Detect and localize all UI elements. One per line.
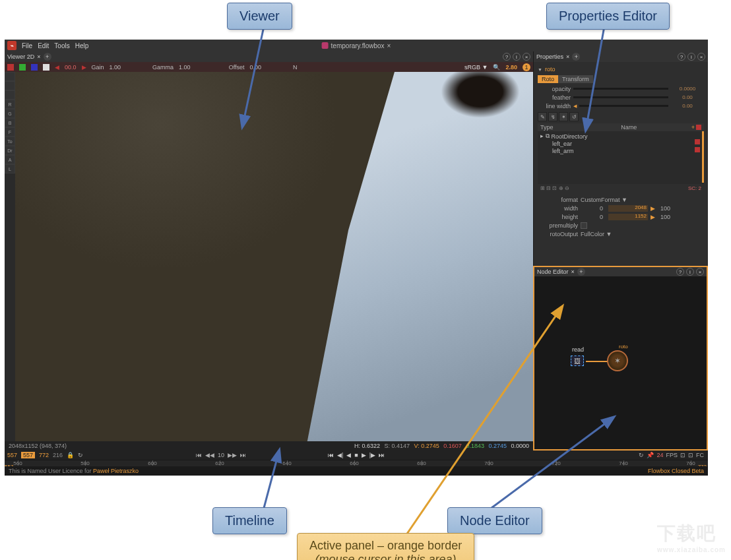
menu-file[interactable]: File (22, 42, 32, 49)
step-fwd-icon[interactable]: |▶ (369, 452, 375, 458)
tree-scrollbar[interactable] (702, 131, 704, 183)
stop-icon[interactable]: ■ (354, 452, 358, 458)
viewer-canvas[interactable] (15, 72, 533, 441)
first-frame-icon[interactable]: ⏮ (328, 452, 334, 458)
loop-icon[interactable]: ↻ (639, 452, 644, 458)
last-frame-icon[interactable]: ⏭ (379, 452, 385, 458)
pin-icon[interactable]: 📌 (647, 452, 654, 458)
channel-a-icon[interactable] (43, 64, 49, 71)
info-icon[interactable]: i (687, 53, 695, 61)
delete-shape-icon[interactable] (696, 125, 701, 130)
tool-1[interactable] (5, 81, 15, 90)
fps-value[interactable]: 10 (218, 452, 224, 458)
add-shape-icon[interactable]: + (691, 124, 695, 131)
info-icon[interactable]: i (686, 268, 694, 276)
close-tab-icon[interactable]: × (387, 42, 391, 49)
gear-icon[interactable]: ✶ (559, 112, 568, 121)
help-icon[interactable]: ? (676, 268, 684, 276)
tl-opt1[interactable]: ⊡ (680, 452, 685, 458)
forward-icon[interactable]: ▶▶ (228, 452, 237, 458)
channel-b-icon[interactable] (31, 64, 38, 71)
rotooutput-dropdown[interactable]: FullColor ▼ (581, 231, 612, 237)
tl-fc[interactable]: FC (696, 452, 704, 458)
node-graph-canvas[interactable]: read 🖼 roto ✶ (534, 276, 707, 449)
zoom-value[interactable]: 2.80 (505, 64, 517, 71)
tool-0[interactable] (5, 72, 15, 81)
node-editor-add-icon[interactable]: + (577, 268, 585, 276)
opacity-slider[interactable] (573, 88, 668, 90)
tab-roto[interactable]: Roto (538, 75, 558, 83)
beta-label: Flowbox Closed Beta (648, 468, 704, 474)
document-tab[interactable]: temporary.flowbox × (322, 40, 391, 51)
help-icon[interactable]: ? (503, 53, 511, 61)
properties-add-icon[interactable]: + (572, 53, 580, 61)
tool-dr[interactable]: Dr (5, 146, 15, 155)
tool-a[interactable]: A (5, 155, 15, 164)
close-icon[interactable]: × (696, 268, 704, 276)
shape-color-2[interactable] (695, 147, 700, 152)
rewind-icon[interactable]: ◀◀ (205, 452, 214, 458)
linewidth-value[interactable]: 0.00 (671, 103, 704, 109)
step-back-icon[interactable]: ◀| (337, 452, 343, 458)
node-name[interactable]: roto (538, 65, 704, 74)
menu-tools[interactable]: Tools (54, 42, 69, 49)
node-roto[interactable]: roto ✶ (607, 350, 628, 371)
node-read[interactable]: read 🖼 (571, 356, 584, 366)
format-dropdown[interactable]: CustomFormat ▼ (581, 197, 627, 203)
feather-slider[interactable] (573, 96, 668, 98)
prev-icon[interactable]: ◀ (55, 64, 59, 71)
channel-g-icon[interactable] (19, 64, 26, 71)
offset-value[interactable]: 0.00 (249, 64, 261, 71)
opacity-value[interactable]: 0.0000 (671, 86, 704, 92)
brush-icon[interactable]: ↯ (548, 112, 557, 121)
premultiply-checkbox[interactable] (581, 222, 587, 229)
wrench-icon[interactable]: ↺ (569, 112, 579, 121)
gamma-value[interactable]: 1.00 (179, 64, 191, 71)
shape-tree[interactable]: ▸ ⧉ RootDirectory left_ear left_arm (538, 131, 704, 184)
tool-l[interactable]: L (5, 164, 15, 173)
properties-close-icon[interactable]: × (566, 53, 569, 60)
linewidth-slider[interactable] (579, 105, 668, 107)
play-icon[interactable]: ▶ (362, 452, 366, 458)
frame-in[interactable]: 557 (7, 452, 17, 458)
play-back-icon[interactable]: ◀ (346, 452, 351, 458)
close-icon[interactable]: × (697, 53, 705, 61)
width-slider[interactable]: 2048 (608, 205, 648, 212)
tl-opt2[interactable]: ⊡ (688, 452, 693, 458)
feather-value[interactable]: 0.00 (671, 94, 704, 100)
tool-r[interactable]: R (5, 100, 15, 109)
shape-color-1[interactable] (695, 139, 700, 144)
info-icon[interactable]: i (513, 53, 521, 61)
channel-r-icon[interactable] (7, 64, 14, 71)
skip-back-icon[interactable]: ⏮ (196, 452, 202, 458)
menu-help[interactable]: Help (75, 42, 89, 49)
tab-transform[interactable]: Transform (558, 75, 593, 83)
frame-current[interactable]: 557 (21, 452, 35, 458)
colorspace-dropdown[interactable]: sRGB ▼ (464, 64, 488, 71)
tool-2[interactable] (5, 90, 15, 100)
frame-out[interactable]: 772 (39, 452, 49, 458)
gain-value[interactable]: 1.00 (110, 64, 121, 71)
tool-g[interactable]: G (5, 109, 15, 118)
lock-icon[interactable]: ◀ (573, 104, 577, 109)
tree-footer-icons[interactable]: ⊞ ⊟ ⊡ ⊕ ⊖ (540, 185, 569, 191)
help-icon[interactable]: ? (678, 53, 685, 61)
image-dimensions: 2048x1152 (948, 374) (9, 443, 67, 449)
viewer-add-icon[interactable]: + (44, 53, 51, 61)
refresh-icon[interactable]: ↻ (78, 452, 83, 458)
tool-to[interactable]: To (5, 137, 15, 146)
callout-viewer: Viewer (227, 3, 292, 30)
tool-f[interactable]: F (5, 127, 15, 137)
viewer-close-icon[interactable]: × (37, 53, 40, 60)
menu-edit[interactable]: Edit (38, 42, 49, 49)
next-icon[interactable]: ▶ (82, 64, 86, 71)
node-connection[interactable] (586, 361, 608, 362)
node-editor-close-icon[interactable]: × (571, 268, 575, 275)
tool-b[interactable]: B (5, 118, 15, 127)
lock-icon[interactable]: 🔒 (67, 452, 74, 458)
close-icon[interactable]: × (523, 53, 530, 61)
zoom-icon[interactable]: 🔍 (493, 64, 500, 71)
height-slider[interactable]: 1152 (608, 214, 648, 220)
skip-fwd-icon[interactable]: ⏭ (240, 452, 246, 458)
pencil-icon[interactable]: ✎ (538, 112, 547, 121)
